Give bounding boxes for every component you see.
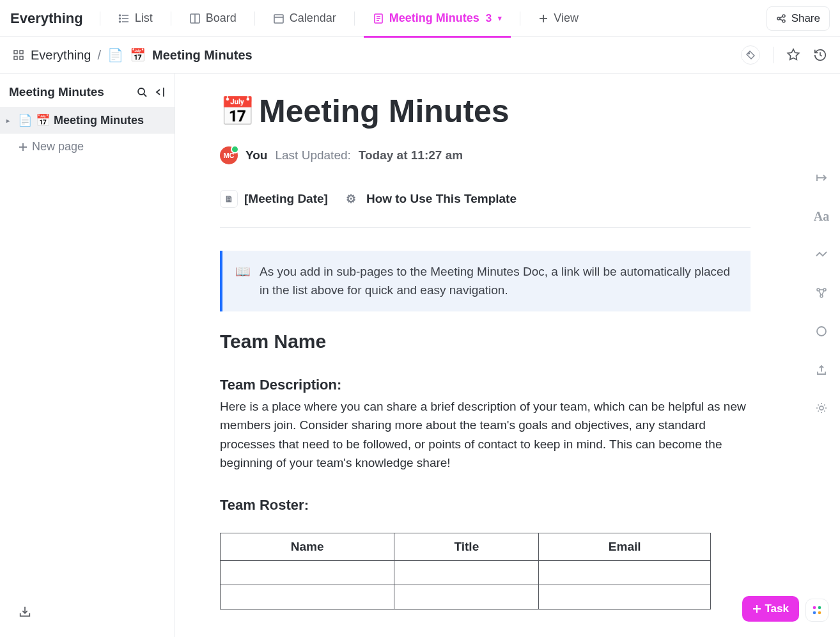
svg-line-38 — [822, 290, 824, 295]
gear-icon: ⚙ — [342, 190, 360, 208]
tab-label: View — [554, 12, 579, 25]
svg-point-5 — [119, 21, 120, 22]
doc-title-row[interactable]: 📅 Meeting Minutes — [220, 93, 751, 130]
board-icon — [189, 13, 201, 24]
svg-rect-21 — [14, 51, 17, 54]
book-icon: 📖 — [235, 262, 251, 300]
sidebar-header: Meeting Minutes — [0, 74, 175, 107]
chevron-down-icon: ▾ — [498, 14, 502, 22]
star-button[interactable] — [786, 48, 800, 62]
sidebar-item-meeting-minutes[interactable]: ▸ 📄 📅 Meeting Minutes — [0, 107, 175, 134]
top-bar: Everything List Board Calendar Meeting M… — [0, 0, 840, 37]
updated-value: Today at 11:27 am — [359, 148, 463, 162]
doc-icon — [373, 13, 384, 24]
tab-label: Meeting Minutes — [389, 12, 479, 25]
team-description-text[interactable]: Here is a place where you can share a br… — [220, 397, 751, 473]
svg-point-42 — [820, 406, 823, 410]
breadcrumb-sep: / — [98, 48, 102, 63]
history-button[interactable] — [813, 48, 827, 62]
main-content: 📅 Meeting Minutes MC You Last Updated: T… — [175, 74, 840, 637]
relations-icon[interactable] — [813, 285, 830, 301]
add-view[interactable]: View — [529, 0, 587, 37]
sidebar-new-page[interactable]: New page — [0, 134, 175, 160]
collapse-sidebar-button[interactable] — [154, 86, 166, 98]
workspace-brand[interactable]: Everything — [10, 10, 83, 27]
tab-label: List — [135, 12, 153, 25]
chip-meeting-date[interactable]: 🗎 [Meeting Date] — [220, 190, 328, 208]
svg-point-25 — [749, 53, 750, 54]
col-email: Email — [539, 533, 711, 560]
divider — [100, 12, 100, 26]
heading-team-description[interactable]: Team Description: — [220, 377, 751, 393]
chip-label: [Meeting Date] — [244, 192, 328, 206]
tab-label: Calendar — [290, 12, 336, 25]
subpage-links: 🗎 [Meeting Date] ⚙ How to Use This Templ… — [220, 190, 751, 228]
svg-point-47 — [813, 611, 816, 615]
svg-point-45 — [813, 606, 816, 609]
page-icon: 📄 — [18, 113, 32, 127]
doc-title: Meeting Minutes — [259, 93, 509, 130]
heading-team-roster[interactable]: Team Roster: — [220, 497, 751, 514]
table-row[interactable] — [221, 560, 711, 585]
tag-button[interactable] — [741, 45, 760, 65]
page-icon: 📄 — [107, 47, 123, 63]
chip-label: How to Use This Template — [366, 192, 517, 206]
chip-how-to-use[interactable]: ⚙ How to Use This Template — [342, 190, 517, 208]
svg-point-4 — [119, 18, 120, 19]
callout-text: As you add in sub-pages to the Meeting M… — [260, 262, 738, 300]
svg-point-40 — [817, 327, 826, 336]
settings-icon[interactable] — [813, 400, 830, 416]
tab-list[interactable]: List — [109, 0, 162, 37]
svg-point-48 — [818, 611, 821, 615]
grid-icon[interactable] — [13, 49, 24, 61]
svg-line-19 — [780, 17, 782, 18]
apps-icon — [811, 604, 823, 616]
plus-icon — [18, 142, 28, 152]
task-label: Task — [765, 602, 789, 615]
inbox-tray-button[interactable] — [18, 605, 32, 619]
svg-point-36 — [820, 295, 823, 297]
svg-point-3 — [119, 15, 120, 16]
svg-line-20 — [780, 19, 782, 20]
svg-point-46 — [818, 606, 821, 609]
col-name: Name — [221, 533, 394, 560]
svg-point-26 — [138, 88, 144, 95]
breadcrumb-bar: Everything / 📄 📅 Meeting Minutes — [0, 37, 840, 74]
search-button[interactable] — [136, 86, 148, 98]
updated-label: Last Updated: — [275, 148, 350, 162]
divider — [520, 12, 520, 26]
expand-icon[interactable] — [813, 169, 830, 186]
doc-icon: 🗎 — [220, 190, 238, 208]
table-row[interactable] — [221, 585, 711, 609]
svg-rect-22 — [20, 51, 23, 54]
heading-team-name[interactable]: Team Name — [220, 331, 751, 352]
svg-rect-23 — [14, 56, 17, 59]
breadcrumb-root[interactable]: Everything — [31, 48, 91, 63]
tab-meeting-minutes[interactable]: Meeting Minutes 3 ▾ — [364, 0, 511, 37]
divider — [354, 12, 355, 26]
divider — [254, 12, 255, 26]
author-label: You — [245, 148, 267, 162]
breadcrumb-page[interactable]: Meeting Minutes — [152, 48, 253, 63]
share-button[interactable]: Share — [766, 6, 830, 31]
new-task-button[interactable]: Task — [742, 596, 800, 622]
svg-point-16 — [777, 17, 780, 20]
ai-icon[interactable] — [813, 246, 830, 263]
calendar-icon — [273, 13, 284, 24]
roster-table[interactable]: Name Title Email — [220, 533, 711, 609]
calendar-emoji-icon: 📅 — [130, 47, 146, 63]
tab-board[interactable]: Board — [180, 0, 245, 37]
comment-icon[interactable] — [813, 323, 830, 340]
svg-point-18 — [782, 20, 785, 22]
info-callout: 📖 As you add in sub-pages to the Meeting… — [220, 251, 751, 311]
tab-label: Board — [206, 12, 237, 25]
sidebar: Meeting Minutes ▸ 📄 📅 Meeting Minutes Ne… — [0, 74, 175, 637]
tab-calendar[interactable]: Calendar — [264, 0, 345, 37]
layout: Meeting Minutes ▸ 📄 📅 Meeting Minutes Ne… — [0, 74, 840, 637]
typography-icon[interactable]: Aa — [813, 208, 830, 224]
doc-meta: MC You Last Updated: Today at 11:27 am — [220, 146, 751, 164]
avatar[interactable]: MC — [220, 146, 238, 164]
divider — [773, 47, 774, 63]
export-icon[interactable] — [813, 361, 830, 378]
apps-button[interactable] — [805, 599, 828, 622]
